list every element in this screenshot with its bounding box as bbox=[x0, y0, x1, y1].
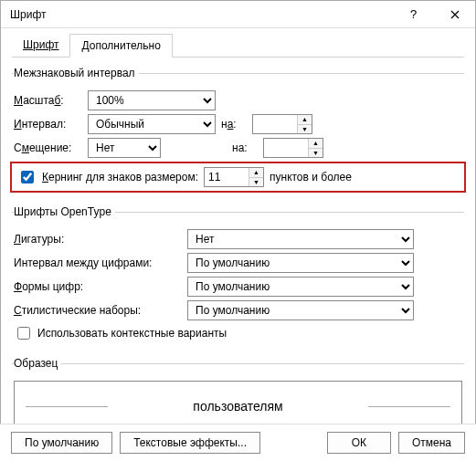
interval-by-label: на: bbox=[221, 118, 247, 131]
kerning-size-input[interactable] bbox=[205, 168, 249, 186]
tab-font[interactable]: Шрифт bbox=[12, 34, 69, 57]
group-opentype: Шрифты OpenType Лигатуры: Нет Интервал м… bbox=[12, 205, 464, 348]
numforms-combo[interactable]: По умолчанию bbox=[187, 277, 414, 297]
numforms-label: Формы цифр: bbox=[14, 280, 182, 293]
kerning-size-spin[interactable]: ▲▼ bbox=[204, 167, 264, 187]
tabstrip: Шрифт Дополнительно bbox=[12, 34, 464, 58]
kerning-row-highlight: Кернинг для знаков размером: ▲▼ пунктов … bbox=[10, 162, 466, 193]
text-effects-button[interactable]: Текстовые эффекты... bbox=[120, 432, 260, 454]
scale-label: Масштаб: bbox=[14, 94, 82, 107]
position-by-spin[interactable]: ▲▼ bbox=[263, 138, 323, 158]
kerning-suffix: пунктов и более bbox=[270, 171, 352, 183]
window-title: Шрифт bbox=[10, 8, 393, 21]
spin-buttons[interactable]: ▲▼ bbox=[297, 115, 312, 133]
stylistic-combo[interactable]: По умолчанию bbox=[187, 300, 414, 320]
position-by-label: на: bbox=[232, 141, 258, 154]
kerning-label: Кернинг для знаков размером: bbox=[42, 171, 198, 183]
kerning-checkbox[interactable] bbox=[21, 171, 34, 183]
stylistic-label: Стилистические наборы: bbox=[14, 304, 182, 317]
ok-button[interactable]: ОК bbox=[327, 432, 391, 454]
sample-text: пользователям bbox=[185, 399, 290, 414]
group-spacing-legend: Межзнаковый интервал bbox=[14, 67, 139, 79]
spin-buttons[interactable]: ▲▼ bbox=[249, 168, 263, 186]
close-icon bbox=[450, 10, 460, 19]
interval-by-spin[interactable]: ▲▼ bbox=[252, 114, 312, 134]
numspacing-combo[interactable]: По умолчанию bbox=[187, 253, 414, 273]
cancel-button[interactable]: Отмена bbox=[398, 432, 465, 454]
interval-combo[interactable]: Обычный bbox=[88, 114, 216, 134]
dialog-footer: По умолчанию Текстовые эффекты... ОК Отм… bbox=[0, 424, 476, 461]
group-sample-legend: Образец bbox=[14, 357, 61, 370]
titlebar: Шрифт ? bbox=[1, 1, 475, 28]
context-label: Использовать контекстные варианты bbox=[37, 327, 227, 340]
spin-buttons[interactable]: ▲▼ bbox=[308, 139, 323, 157]
position-by-input[interactable] bbox=[264, 139, 308, 157]
group-spacing: Межзнаковый интервал Масштаб: 100% Интер… bbox=[12, 67, 464, 196]
help-button[interactable]: ? bbox=[393, 1, 434, 28]
ligatures-label: Лигатуры: bbox=[14, 233, 182, 246]
tab-advanced[interactable]: Дополнительно bbox=[69, 34, 172, 58]
group-opentype-legend: Шрифты OpenType bbox=[14, 205, 115, 218]
interval-by-input[interactable] bbox=[253, 115, 297, 133]
interval-label: Интервал: bbox=[14, 118, 82, 131]
default-button[interactable]: По умолчанию bbox=[11, 432, 112, 454]
position-label: Смещение: bbox=[14, 141, 82, 154]
context-checkbox[interactable] bbox=[17, 327, 30, 340]
close-button[interactable] bbox=[434, 1, 475, 28]
scale-combo[interactable]: 100% bbox=[88, 90, 216, 110]
numspacing-label: Интервал между цифрами: bbox=[14, 257, 182, 269]
position-combo[interactable]: Нет bbox=[88, 138, 161, 158]
ligatures-combo[interactable]: Нет bbox=[187, 229, 414, 249]
